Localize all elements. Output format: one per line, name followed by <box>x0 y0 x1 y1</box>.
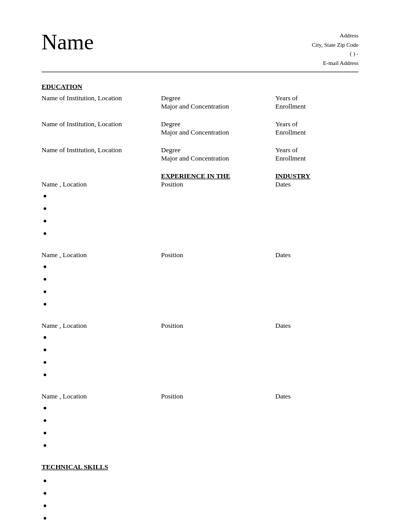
technical-skills-section: TECHNICAL SKILLS <box>42 463 358 524</box>
exp-position-1: Position <box>161 180 275 189</box>
edu-institution-3: Name of Institution, Location <box>42 146 161 163</box>
education-row-2: Name of Institution, Location Degree Maj… <box>42 120 358 137</box>
exp-position-2: Position <box>161 251 275 259</box>
exp-col1-spacer <box>42 172 161 180</box>
skill-bullet-3 <box>52 499 358 512</box>
bullet-4-2 <box>52 414 358 427</box>
bullet-4-4 <box>52 439 358 451</box>
experience-entry-2: Name , Location Position Dates <box>42 251 358 310</box>
bullet-3-2 <box>52 343 358 356</box>
skill-bullet-1 <box>52 474 358 487</box>
exp-dates-2: Dates <box>275 251 317 259</box>
exp-entry-1-row: Name , Location Position Dates <box>42 180 358 189</box>
skill-bullet-4 <box>52 512 358 524</box>
exp-position-3: Position <box>161 322 275 330</box>
exp-bullets-3 <box>42 331 358 381</box>
exp-name-loc-1: Name , Location <box>42 180 161 189</box>
exp-entry-2-row: Name , Location Position Dates <box>42 251 358 259</box>
bullet-1-1 <box>52 190 358 202</box>
bullet-4-3 <box>52 427 358 439</box>
edu-degree-3: Degree Major and Concentration <box>161 146 275 163</box>
experience-title: EXPERIENCE IN THE <box>161 172 275 180</box>
experience-entry-3: Name , Location Position Dates <box>42 322 358 381</box>
skills-bullets <box>42 474 358 524</box>
bullet-4-1 <box>52 402 358 414</box>
bullet-2-4 <box>52 298 358 310</box>
exp-name-loc-2: Name , Location <box>42 251 161 259</box>
education-title: EDUCATION <box>42 83 358 91</box>
phone: ( ) - <box>312 49 358 59</box>
edu-years-2: Years of Enrollment <box>275 120 306 137</box>
technical-skills-title: TECHNICAL SKILLS <box>42 463 358 471</box>
education-section: EDUCATION Name of Institution, Location … <box>42 83 358 163</box>
bullet-1-3 <box>52 215 358 227</box>
exp-entry-4-row: Name , Location Position Dates <box>42 392 358 401</box>
education-row-3: Name of Institution, Location Degree Maj… <box>42 146 358 163</box>
name-heading: Name <box>42 31 94 53</box>
edu-institution-2: Name of Institution, Location <box>42 120 161 137</box>
education-row-1: Name of Institution, Location Degree Maj… <box>42 94 358 111</box>
edu-institution-1: Name of Institution, Location <box>42 94 161 111</box>
bullet-2-3 <box>52 285 358 298</box>
bullet-2-1 <box>52 260 358 273</box>
bullet-3-4 <box>52 368 358 381</box>
bullet-1-2 <box>52 202 358 215</box>
exp-bullets-2 <box>42 260 358 310</box>
city-state-zip: City, State Zip Code <box>312 41 358 50</box>
edu-years-1: Years of Enrollment <box>275 94 306 111</box>
address-label: Address <box>312 31 358 41</box>
experience-entry-1: Name , Location Position Dates <box>42 180 358 240</box>
exp-entry-3-row: Name , Location Position Dates <box>42 322 358 330</box>
exp-name-loc-3: Name , Location <box>42 322 161 330</box>
experience-entry-4: Name , Location Position Dates <box>42 392 358 451</box>
bullet-2-2 <box>52 273 358 285</box>
address-block: Address City, State Zip Code ( ) - E-mai… <box>312 31 358 68</box>
exp-bullets-1 <box>42 190 358 240</box>
edu-years-3: Years of Enrollment <box>275 146 306 163</box>
bullet-1-4 <box>52 227 358 240</box>
experience-header-row: EXPERIENCE IN THE INDUSTRY <box>42 172 358 180</box>
exp-position-4: Position <box>161 392 275 401</box>
bullet-3-3 <box>52 356 358 368</box>
exp-dates-1: Dates <box>275 180 317 189</box>
edu-degree-1: Degree Major and Concentration <box>161 94 275 111</box>
exp-dates-3: Dates <box>275 322 317 330</box>
skill-bullet-2 <box>52 487 358 499</box>
edu-degree-2: Degree Major and Concentration <box>161 120 275 137</box>
experience-section: Name , Location Position Dates Name , Lo… <box>42 180 358 451</box>
exp-name-loc-4: Name , Location <box>42 392 161 401</box>
exp-dates-4: Dates <box>275 392 317 401</box>
exp-bullets-4 <box>42 402 358 451</box>
header: Name Address City, State Zip Code ( ) - … <box>42 31 358 72</box>
email: E-mail Address <box>312 59 358 68</box>
industry-label: INDUSTRY <box>275 172 317 180</box>
bullet-3-1 <box>52 331 358 343</box>
